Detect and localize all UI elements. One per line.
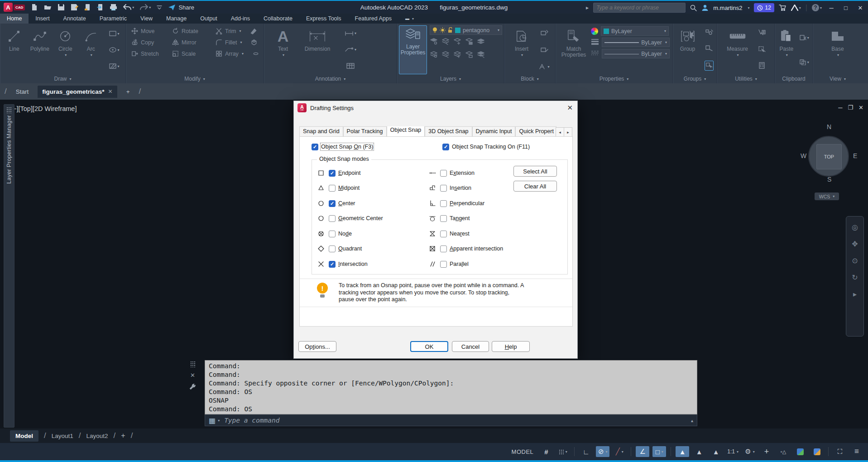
overkill-button[interactable] bbox=[252, 48, 260, 59]
viewcube-top-face[interactable]: TOP bbox=[816, 144, 842, 169]
panel-label-draw[interactable]: Draw▾ bbox=[0, 74, 125, 83]
open-folder-icon[interactable] bbox=[44, 4, 52, 11]
base-button[interactable]: Base ▾ bbox=[825, 25, 850, 74]
search-icon[interactable] bbox=[690, 5, 697, 11]
panel-label-utilities[interactable]: Utilities▾ bbox=[717, 74, 775, 83]
chevron-down-icon[interactable]: ▾ bbox=[786, 53, 788, 57]
command-history[interactable]: Command: Command: Command: Specify oppos… bbox=[205, 360, 697, 414]
perpendicular-checkbox[interactable] bbox=[440, 200, 447, 207]
isolate-objects-button[interactable]: ▫△ bbox=[777, 446, 790, 457]
circle-button[interactable]: Circle ▾ bbox=[53, 25, 78, 74]
layer-properties-button[interactable]: Layer Properties bbox=[399, 25, 427, 74]
batch-plot-icon[interactable] bbox=[84, 4, 91, 11]
ribbon-tab-parametric[interactable]: Parametric bbox=[93, 14, 134, 24]
hatch-button[interactable]: ▾ bbox=[109, 63, 120, 69]
tangent-label[interactable]: Tangent bbox=[450, 215, 470, 221]
customize-qat-icon[interactable] bbox=[157, 5, 162, 10]
object-color-wheel-icon[interactable] bbox=[591, 28, 598, 35]
object-snap-on-label[interactable]: Object Snap On (F3) bbox=[321, 144, 373, 150]
autocad-logo-icon[interactable]: ACAD bbox=[4, 3, 25, 12]
new-file-icon[interactable] bbox=[31, 4, 38, 11]
lineweight-icon[interactable] bbox=[591, 38, 599, 47]
save-as-icon[interactable] bbox=[71, 4, 78, 11]
intersection-checkbox[interactable] bbox=[329, 261, 336, 268]
command-grip-icon[interactable] bbox=[190, 361, 196, 367]
signed-in-user[interactable]: m.martins2 bbox=[713, 5, 742, 11]
layout-tab-layout2[interactable]: Layout2 bbox=[86, 433, 108, 439]
share-button[interactable]: Share bbox=[168, 4, 194, 11]
command-history-up-icon[interactable]: ▴ bbox=[691, 418, 693, 423]
user-avatar-icon[interactable] bbox=[701, 4, 709, 11]
chevron-down-icon[interactable]: ▾ bbox=[748, 6, 749, 10]
grid-display-toggle[interactable]: # bbox=[539, 446, 553, 457]
annotation-monitor-button[interactable]: + bbox=[760, 446, 773, 457]
ribbon-tab-featured-apps[interactable]: Featured Apps bbox=[348, 14, 398, 24]
tab-3d-object-snap[interactable]: 3D Object Snap bbox=[425, 126, 472, 136]
chevron-down-icon[interactable]: ▾ bbox=[820, 6, 822, 10]
perpendicular-label[interactable]: Perpendicular bbox=[450, 200, 484, 207]
cart-icon[interactable] bbox=[779, 4, 786, 11]
chevron-down-icon[interactable]: ▾ bbox=[664, 29, 666, 33]
move-button[interactable]: Move bbox=[130, 25, 163, 37]
trim-button[interactable]: Trim▾ bbox=[215, 25, 241, 37]
linear-dim-button[interactable]: ▾ bbox=[345, 31, 356, 36]
midpoint-checkbox[interactable] bbox=[329, 185, 336, 192]
panel-label-annotation[interactable]: Annotation▾ bbox=[264, 74, 397, 83]
define-attributes-button[interactable]: ▾ bbox=[539, 63, 549, 70]
layer-previous-button[interactable] bbox=[441, 51, 450, 60]
layout-tab-model[interactable]: Model bbox=[10, 430, 38, 442]
chevron-down-icon[interactable]: ▾ bbox=[606, 450, 608, 454]
center-label[interactable]: Center bbox=[338, 200, 355, 207]
line-button[interactable]: Line bbox=[2, 25, 27, 74]
doc-restore-icon[interactable]: ❐ bbox=[848, 104, 853, 111]
new-tab-button[interactable]: + bbox=[122, 86, 134, 98]
object-snap-on-checkbox[interactable] bbox=[312, 144, 318, 150]
panel-label-block[interactable]: Block▾ bbox=[504, 74, 555, 83]
node-checkbox[interactable] bbox=[329, 231, 336, 237]
customization-menu-button[interactable]: ≡ bbox=[850, 446, 863, 457]
object-snap-tracking-toggle[interactable]: ∠ bbox=[636, 446, 649, 457]
panel-label-view[interactable]: View▾ bbox=[813, 74, 863, 83]
chevron-down-icon[interactable]: ▾ bbox=[737, 53, 739, 57]
nearest-label[interactable]: Nearest bbox=[450, 231, 470, 237]
file-tab-start[interactable]: Start bbox=[11, 86, 34, 98]
rectangle-button[interactable]: ▾ bbox=[109, 30, 120, 37]
help-icon[interactable]: ?▾ bbox=[812, 4, 822, 11]
leader-button[interactable]: ▾ bbox=[345, 47, 356, 52]
copy-button[interactable]: Copy bbox=[130, 37, 163, 48]
ribbon-tab-addins[interactable]: Add-ins bbox=[224, 14, 257, 24]
chevron-down-icon[interactable]: ▾ bbox=[662, 450, 663, 454]
graphics-performance-button[interactable] bbox=[793, 446, 807, 457]
layer-match-button[interactable] bbox=[430, 51, 438, 60]
match-properties-button[interactable]: Match Properties bbox=[559, 25, 588, 74]
chevron-down-icon[interactable]: ▾ bbox=[753, 450, 755, 454]
measure-button[interactable]: Measure ▾ bbox=[724, 25, 751, 74]
ribbon-tab-collaborate[interactable]: Collaborate bbox=[257, 14, 299, 24]
apparent-intersection-checkbox[interactable] bbox=[440, 245, 447, 252]
zoom-icon[interactable]: ⊙ bbox=[852, 256, 858, 265]
save-icon[interactable] bbox=[58, 4, 65, 11]
polyline-button[interactable]: Polyline bbox=[28, 25, 53, 74]
isometric-drafting-toggle[interactable]: ╱▾ bbox=[613, 446, 626, 457]
extension-checkbox[interactable] bbox=[440, 170, 447, 177]
chevron-down-icon[interactable]: ▾ bbox=[665, 40, 667, 44]
dialog-close-icon[interactable]: ✕ bbox=[567, 104, 573, 112]
midpoint-label[interactable]: Midpoint bbox=[338, 185, 360, 191]
layer-color-swatch[interactable] bbox=[455, 28, 460, 33]
cancel-button[interactable]: Cancel bbox=[452, 341, 489, 352]
scale-button[interactable]: Scale bbox=[171, 48, 206, 59]
create-block-button[interactable] bbox=[541, 30, 548, 38]
visual-style-control[interactable]: [2D Wireframe] bbox=[33, 105, 77, 112]
erase-button[interactable] bbox=[249, 25, 258, 37]
chevron-down-icon[interactable]: ▾ bbox=[799, 6, 801, 10]
quadrant-label[interactable]: Quadrant bbox=[338, 245, 362, 252]
node-label[interactable]: Node bbox=[338, 231, 352, 237]
layer-unlock-icon[interactable] bbox=[448, 27, 453, 33]
explode-button[interactable] bbox=[250, 37, 258, 48]
group-edit-button[interactable] bbox=[705, 45, 713, 53]
geometric-center-checkbox[interactable] bbox=[329, 215, 336, 222]
layer-freeze-button[interactable] bbox=[453, 38, 461, 47]
command-close-icon[interactable]: ✕ bbox=[190, 372, 195, 379]
pan-icon[interactable]: ✥ bbox=[852, 240, 858, 248]
ribbon-tab-home[interactable]: Home bbox=[0, 14, 29, 24]
